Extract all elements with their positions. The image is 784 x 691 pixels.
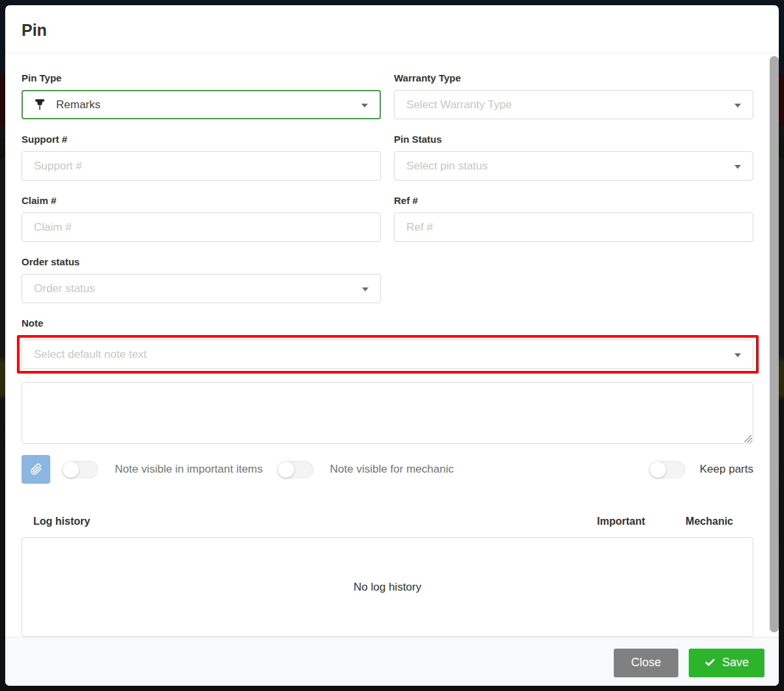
paperclip-icon [29,463,42,476]
chevron-down-icon [734,104,741,108]
note-options-row: Note visible in important items Note vis… [22,455,753,484]
support-label: Support # [22,134,381,145]
claim-input[interactable] [22,213,381,242]
claim-label: Claim # [22,195,381,206]
note-visible-mechanic-label: Note visible for mechanic [330,463,454,476]
toggle-knob [63,462,79,478]
note-default-text-select[interactable]: Select default note text [22,340,753,369]
pin-type-label: Pin Type [22,72,381,83]
field-support: Support # [22,134,381,181]
chevron-down-icon [362,287,369,291]
close-button[interactable]: Close [614,649,678,677]
note-textarea[interactable] [22,382,753,444]
warranty-type-select[interactable]: Select Warranty Type [394,90,753,119]
keep-parts-toggle[interactable] [649,461,686,478]
log-col-mechanic: Mechanic [686,516,733,527]
ref-input[interactable] [394,213,753,242]
grid-spacer [394,256,753,303]
modal-footer: Close Save [5,637,779,686]
log-col-important: Important [597,516,645,527]
log-history-empty-text: No log history [354,581,421,594]
note-visible-important-label: Note visible in important items [115,463,263,476]
toggle-knob [650,462,666,478]
note-visible-important-toggle[interactable] [62,461,98,478]
keep-parts-group: Keep parts [649,461,753,478]
thumbtack-icon [34,98,46,111]
note-label: Note [22,317,753,329]
note-textarea-wrap [22,382,753,444]
pin-status-label: Pin Status [394,134,753,145]
field-pin-type: Pin Type Remarks [22,72,381,119]
order-status-placeholder: Order status [34,282,95,295]
modal-body: Pin Type Remarks Warranty Type [5,53,779,637]
order-status-label: Order status [22,256,381,267]
field-claim: Claim # [22,195,381,242]
field-order-status: Order status Order status [22,256,381,303]
warranty-type-label: Warranty Type [394,72,753,83]
log-history-section: Log history Important Mechanic No log hi… [22,516,753,637]
toggle-knob [278,462,294,478]
log-history-header: Log history Important Mechanic [22,516,753,527]
chevron-down-icon [734,165,741,169]
note-highlight-annotation: Select default note text [17,335,759,374]
keep-parts-label: Keep parts [700,463,753,476]
pin-type-select[interactable]: Remarks [22,90,381,119]
order-status-select[interactable]: Order status [22,274,381,303]
warranty-type-placeholder: Select Warranty Type [406,98,512,111]
field-pin-status: Pin Status Select pin status [394,134,753,181]
log-history-list: No log history [22,537,753,637]
save-button-label: Save [722,656,749,669]
modal-scrollbar[interactable] [770,56,779,632]
chevron-down-icon [734,353,741,357]
check-icon [704,657,716,668]
form-grid: Pin Type Remarks Warranty Type [22,72,753,317]
modal-title: Pin [22,21,762,40]
field-note: Note Select default note text [22,317,753,374]
pin-type-value: Remarks [56,98,100,111]
log-history-title: Log history [33,516,597,527]
note-select-placeholder: Select default note text [34,348,147,361]
pin-status-select[interactable]: Select pin status [394,151,753,181]
modal-header: Pin [5,5,779,53]
field-ref: Ref # [394,195,753,242]
pin-modal: Pin Pin Type Remarks [5,5,779,686]
support-input[interactable] [22,151,381,181]
field-warranty-type: Warranty Type Select Warranty Type [394,72,753,119]
pin-status-placeholder: Select pin status [406,160,488,173]
note-visible-mechanic-toggle[interactable] [277,461,314,478]
chevron-down-icon [361,104,368,108]
attach-file-button[interactable] [22,455,50,484]
ref-label: Ref # [394,195,753,206]
save-button[interactable]: Save [689,649,764,677]
